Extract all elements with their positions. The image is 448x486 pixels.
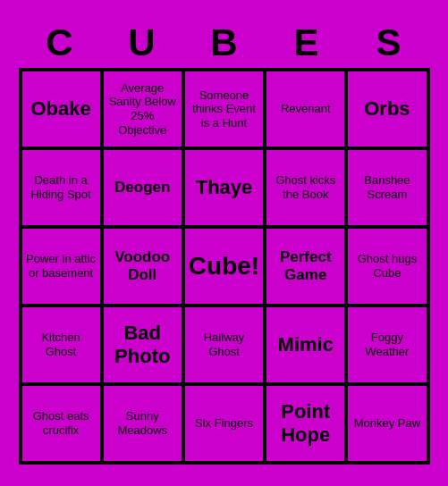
cell-9: Banshee Scream	[346, 148, 427, 227]
bingo-card: C U B E S Obake Average Sanity Below 25%…	[10, 13, 439, 473]
cell-18: Mimic	[265, 306, 346, 384]
cell-11: Voodoo Doll	[102, 227, 183, 306]
header-letter-c: C	[21, 21, 98, 64]
cell-8: Ghost kicks the Book	[265, 148, 346, 227]
cell-3: Revenant	[265, 70, 346, 148]
header-letter-u: U	[104, 21, 181, 64]
cell-14: Ghost hugs Cube	[346, 227, 427, 306]
cell-19: Foggy Weather	[346, 306, 427, 384]
cell-6: Deogen	[102, 148, 183, 227]
cell-4: Orbs	[346, 70, 427, 148]
cell-13: Perfect Game	[265, 227, 346, 306]
cell-5: Death in a Hiding Spot	[21, 148, 102, 227]
cell-7: Thaye	[183, 148, 265, 227]
cell-16: Bad Photo	[102, 306, 183, 384]
cell-20: Ghost eats crucifix	[21, 384, 102, 463]
cell-12-free: Cube!	[183, 227, 265, 306]
bingo-grid: Obake Average Sanity Below 25% Objective…	[19, 68, 430, 465]
cell-23: Point Hope	[265, 384, 346, 463]
cell-21: Sunny Meadows	[102, 384, 183, 463]
header-letter-e: E	[268, 21, 345, 64]
cell-17: Hallway Ghost	[183, 306, 265, 384]
cell-10: Power in attic or basement	[21, 227, 102, 306]
header-letter-s: S	[351, 21, 427, 64]
bingo-header: C U B E S	[19, 21, 430, 64]
cell-0: Obake	[21, 70, 102, 148]
cell-15: Kitchen Ghost	[21, 306, 102, 384]
header-letter-b: B	[186, 21, 263, 64]
cell-24: Monkey Paw	[346, 384, 427, 463]
cell-2: Someone thinks Event is a Hunt	[183, 70, 265, 148]
cell-22: Six Fingers	[183, 384, 265, 463]
cell-1: Average Sanity Below 25% Objective	[102, 70, 183, 148]
